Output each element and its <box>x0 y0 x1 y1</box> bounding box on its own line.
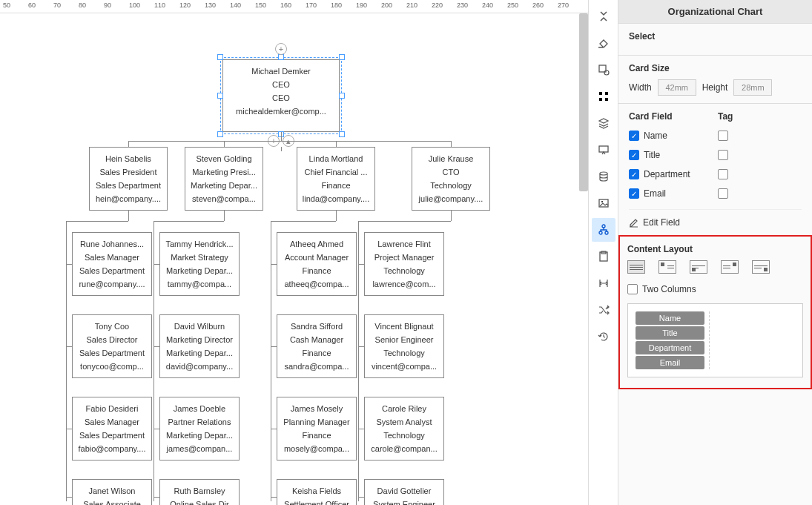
svg-point-7 <box>600 172 607 175</box>
ruler-horizontal: 5060708090100110120130140150160170180190… <box>0 0 588 13</box>
history-icon[interactable] <box>592 325 615 349</box>
height-label: Height <box>702 82 728 93</box>
layout-option-5[interactable] <box>752 260 770 274</box>
tool-icon-column <box>588 0 618 505</box>
layout-option-1[interactable] <box>627 260 645 274</box>
org-card[interactable]: David WilburnMarketing DirectorMarketing… <box>159 314 240 378</box>
org-card[interactable]: Fabio DesideriSales ManagerSales Departm… <box>72 397 152 461</box>
selection-handle[interactable] <box>339 54 345 60</box>
svg-point-10 <box>602 225 605 228</box>
svg-point-11 <box>599 231 602 234</box>
org-card[interactable]: David GottelierSystem Engineer <box>364 479 444 505</box>
preview-chip[interactable]: Email <box>636 356 704 369</box>
svg-point-1 <box>604 70 609 75</box>
org-card[interactable]: Tony CooSales DirectorSales Departmentto… <box>72 314 152 378</box>
org-card[interactable]: Rune Johannes...Sales ManagerSales Depar… <box>72 232 152 296</box>
selection-handle[interactable] <box>339 93 345 99</box>
height-input[interactable] <box>733 79 772 96</box>
tag-title[interactable] <box>718 150 728 160</box>
width-input[interactable] <box>658 79 696 96</box>
selection-handle[interactable] <box>278 54 284 60</box>
checkbox-email[interactable]: ✓ <box>629 188 639 199</box>
svg-rect-3 <box>605 92 608 95</box>
export-gear-icon[interactable] <box>592 58 615 82</box>
org-card[interactable]: Michael DemkerCEOCEOmichealdemker@comp..… <box>222 59 340 132</box>
org-card[interactable]: Steven GoldingMarketing Presi...Marketin… <box>185 147 263 211</box>
canvas-area[interactable]: 5060708090100110120130140150160170180190… <box>0 0 588 505</box>
org-chart-icon[interactable] <box>592 218 615 242</box>
org-card[interactable]: Janet WilsonSales Associate <box>72 479 152 505</box>
svg-rect-5 <box>605 98 608 101</box>
org-card[interactable]: Ruth BarnsleyOnline Sales Dir <box>159 479 240 505</box>
canvas[interactable]: Michael DemkerCEOCEOmichealdemker@comp..… <box>0 13 588 505</box>
org-card[interactable]: Keisha FieldsSettlement Officer <box>277 479 357 505</box>
layout-preview: NameTitleDepartmentEmail <box>627 303 803 377</box>
shuffle-icon[interactable] <box>592 298 615 322</box>
paint-icon[interactable] <box>592 31 615 55</box>
layout-option-3[interactable] <box>690 260 707 274</box>
preview-chip[interactable]: Title <box>636 326 704 340</box>
expand-icon[interactable] <box>592 4 615 28</box>
selection-handle[interactable] <box>217 54 223 60</box>
grid-icon[interactable] <box>592 85 615 108</box>
checkbox-name[interactable]: ✓ <box>629 131 639 141</box>
checkbox-two-columns[interactable] <box>627 284 638 294</box>
org-card[interactable]: Julie KrauseCTOTechnologyjulie@company..… <box>412 147 490 211</box>
preview-chip[interactable]: Name <box>636 311 704 325</box>
panel-title: Organizational Chart <box>618 0 812 23</box>
card-size-section: Card Size Width Height <box>618 55 812 103</box>
layout-option-2[interactable] <box>658 260 676 274</box>
selection-handle[interactable] <box>217 93 223 99</box>
svg-rect-6 <box>599 146 608 152</box>
org-card[interactable]: Tammy Hendrick...Market StrategyMarketin… <box>159 232 240 296</box>
checkbox-title[interactable]: ✓ <box>629 150 639 160</box>
svg-rect-4 <box>599 98 602 101</box>
content-layout-section: Content Layout Two Columns NameTitleDepa… <box>618 235 812 389</box>
org-card[interactable]: James DoeblePartner RelationsMarketing D… <box>159 397 240 461</box>
org-card[interactable]: Linda MortlandChief Financial ...Finance… <box>297 147 375 211</box>
add-handle[interactable]: + <box>275 43 287 55</box>
spacing-icon[interactable] <box>592 271 615 295</box>
org-card[interactable]: Atheeq AhmedAccount ManagerFinanceatheeq… <box>277 232 357 296</box>
edit-field-button[interactable]: Edit Field <box>629 209 802 228</box>
org-card[interactable]: Sandra SiffordCash ManagerFinancesandra@… <box>277 314 357 378</box>
side-panel: Organizational Chart Select Card Size Wi… <box>618 0 812 505</box>
tag-name[interactable] <box>718 131 728 141</box>
checkbox-department[interactable]: ✓ <box>629 169 639 179</box>
layers-icon[interactable] <box>592 111 615 135</box>
svg-rect-2 <box>599 92 602 95</box>
select-section[interactable]: Select <box>618 23 812 55</box>
image-icon[interactable] <box>592 191 615 215</box>
org-card[interactable]: James MoselyPlanning ManagerFinancemosel… <box>277 397 357 461</box>
width-label: Width <box>629 82 652 93</box>
presentation-icon[interactable] <box>592 138 615 162</box>
layout-option-4[interactable] <box>721 260 739 274</box>
org-card[interactable]: Lawrence FlintProject ManagerTechnologyl… <box>364 232 444 296</box>
svg-point-12 <box>605 231 608 234</box>
card-field-section: Card FieldTag ✓Name ✓Title ✓Department ✓… <box>618 103 812 235</box>
clipboard-icon[interactable] <box>592 245 615 268</box>
org-card[interactable]: Carole RileySystem AnalystTechnologycaro… <box>364 397 444 461</box>
tag-email[interactable] <box>718 188 728 199</box>
scrollbar-vertical[interactable] <box>579 13 588 191</box>
selection-handle[interactable] <box>339 131 345 137</box>
data-icon[interactable] <box>592 165 615 188</box>
svg-point-9 <box>601 201 603 202</box>
selection-handle[interactable] <box>217 131 223 137</box>
org-card[interactable]: Hein SabelisSales PresidentSales Departm… <box>89 147 168 211</box>
org-card[interactable]: Vincent BlignautSenior EngineerTechnolog… <box>364 314 444 378</box>
tag-department[interactable] <box>718 169 728 179</box>
preview-chip[interactable]: Department <box>636 341 704 354</box>
